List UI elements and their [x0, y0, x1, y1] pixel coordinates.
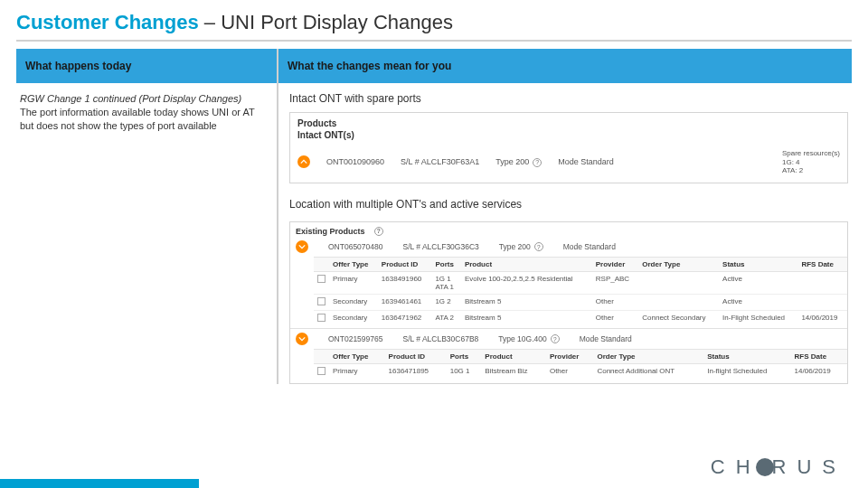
left-heading: RGW Change 1 continued (Port Display Cha…: [20, 92, 266, 106]
ont-b-id: ONT021599765: [328, 334, 383, 343]
ont-b-type: Type 10G.400?: [498, 334, 559, 344]
page-title: Customer Changes – UNI Port Display Chan…: [16, 11, 852, 42]
ont-a-id: ONT065070480: [328, 242, 383, 251]
header-left: What happens today: [16, 49, 278, 83]
spare-ata: ATA: 2: [782, 166, 840, 175]
services-table-b: Offer Type Product ID Ports Product Prov…: [314, 349, 847, 380]
table-row: Secondary 1636471962 ATA 2 Bitstream 5 O…: [314, 310, 847, 326]
ont-serial: S/L # ALCLF30F63A1: [401, 157, 479, 166]
logo-dot-icon: [756, 458, 774, 476]
table-header-row: What happens today What the changes mean…: [16, 49, 852, 83]
footer: CHRUS: [0, 446, 868, 488]
ont-spare: Spare resource(s) 1G: 4 ATA: 2: [782, 149, 840, 175]
title-dash: –: [199, 11, 221, 33]
accent-bar: [0, 479, 199, 488]
panel-existing-products: Existing Products ? ONT065070480 S/L # A…: [289, 221, 848, 384]
ont-type: Type 200?: [495, 157, 542, 167]
section2-title: Location with multiple ONT's and active …: [289, 196, 848, 218]
checkbox[interactable]: [317, 367, 326, 375]
table-row: Primary 1636471895 10G 1 Bitstream Biz O…: [314, 363, 847, 380]
help-icon[interactable]: ?: [551, 334, 560, 343]
table-row: Secondary 1639461461 1G 2 Bitstream 5 Ot…: [314, 294, 847, 310]
section1-title: Intact ONT with spare ports: [289, 90, 848, 112]
ont-a-type: Type 200?: [499, 242, 543, 252]
table-header: Offer Type Product ID Ports Product Prov…: [314, 349, 847, 363]
spare-1g: 1G: 4: [782, 158, 840, 167]
ont-b-line: ONT021599765 S/L # ALCLB30C67B8 Type 10G…: [290, 331, 847, 349]
ont-a-serial: S/L # ALCLF30G36C3: [403, 242, 479, 251]
title-main: Customer Changes: [16, 11, 199, 33]
intact-ont-label: Intact ONT(s): [290, 130, 847, 145]
products-label: Products: [290, 113, 847, 130]
checkbox[interactable]: [317, 314, 326, 322]
ont-a-line: ONT065070480 S/L # ALCLF30G36C3 Type 200…: [290, 239, 847, 257]
left-text: The port information available today sho…: [20, 106, 266, 133]
checkbox[interactable]: [317, 275, 326, 283]
help-icon[interactable]: ?: [534, 242, 543, 251]
ont-a-mode: Mode Standard: [563, 242, 616, 251]
header-right: What the changes mean for you: [278, 49, 852, 83]
help-icon[interactable]: ?: [533, 158, 542, 167]
ont-b-serial: S/L # ALCLB30C67B8: [403, 334, 479, 343]
table-header: Offer Type Product ID Ports Product Prov…: [314, 257, 847, 271]
spare-label: Spare resource(s): [782, 149, 840, 158]
chevron-down-icon[interactable]: [296, 333, 308, 345]
ont-id: ONT001090960: [326, 157, 384, 166]
services-table-a: Offer Type Product ID Ports Product Prov…: [314, 257, 847, 326]
left-column-body: RGW Change 1 continued (Port Display Cha…: [16, 83, 277, 133]
ont-mode: Mode Standard: [558, 157, 614, 166]
existing-products-label: Existing Products: [296, 227, 365, 236]
chevron-up-icon[interactable]: [297, 155, 310, 168]
chevron-down-icon[interactable]: [296, 240, 308, 253]
checkbox[interactable]: [317, 297, 326, 305]
title-sub: UNI Port Display Changes: [221, 11, 453, 33]
panel-intact-ont: Products Intact ONT(s) ONT001090960 S/L …: [289, 112, 848, 183]
help-icon[interactable]: ?: [374, 227, 383, 236]
table-row: Primary 1638491960 1G 1ATA 1 Evolve 100-…: [314, 271, 847, 294]
ont-row: ONT001090960 S/L # ALCLF30F63A1 Type 200…: [290, 145, 847, 183]
ont-b-mode: Mode Standard: [580, 334, 632, 343]
logo-chorus: CHRUS: [711, 455, 846, 479]
